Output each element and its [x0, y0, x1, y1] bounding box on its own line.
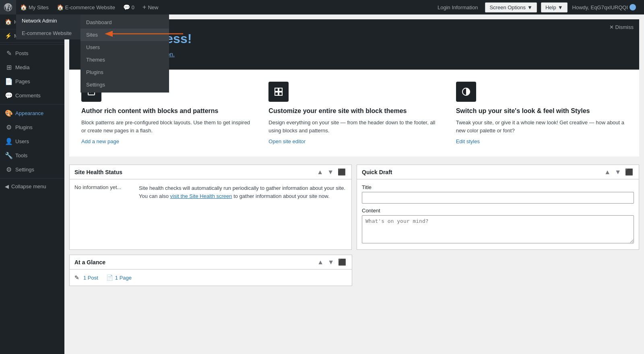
- appearance-icon: 🎨: [5, 109, 13, 117]
- styles-description: Tweak your site, or give it a whole new …: [456, 119, 627, 134]
- quick-draft-header: Quick Draft ▲ ▼ ⬛: [357, 165, 639, 179]
- media-label: Media: [15, 64, 60, 70]
- pages-icon: 📄: [5, 78, 13, 85]
- sidebar-item-pages[interactable]: 📄 Pages: [0, 74, 64, 88]
- post-stat-link[interactable]: 1 Post: [83, 275, 98, 281]
- screen-options-button[interactable]: Screen Options ▼: [485, 2, 537, 12]
- quick-draft-title-input[interactable]: [362, 192, 634, 204]
- at-glance-collapse-up[interactable]: ▲: [316, 258, 324, 266]
- sidebar-item-tools[interactable]: 🔧 Tools: [0, 148, 64, 163]
- at-glance-close[interactable]: ⬛: [337, 258, 347, 266]
- media-icon: ⊞: [5, 64, 13, 71]
- quick-draft-title: Quick Draft: [362, 169, 392, 175]
- comments-bar[interactable]: 💬 0: [119, 0, 138, 14]
- sidebar-item-comments[interactable]: 💬 Comments: [0, 88, 64, 103]
- admin-sidebar: 🏠 Home ⚡ My Sites ✎ Posts ⊞ Media 📄 Page…: [0, 14, 64, 354]
- post-stat-icon: ✎: [74, 274, 81, 281]
- help-label: Help: [545, 4, 556, 10]
- author-description: Block patterns are pre-configured block …: [81, 119, 252, 134]
- sidebar-item-settings[interactable]: ⚙ Settings: [0, 163, 64, 177]
- styles-link[interactable]: Edit styles: [456, 138, 480, 144]
- network-admin-item[interactable]: Network Admin ▶ Dashboard Sites Users Th…: [16, 14, 105, 27]
- site-health-controls: ▲ ▼ ⬛: [316, 168, 347, 176]
- widgets-row-2: At a Glance ▲ ▼ ⬛ ✎ 1 Post 📄: [69, 255, 639, 286]
- my-sites-dropdown: Network Admin ▶ Dashboard Sites Users Th…: [16, 14, 105, 39]
- home-menu-icon: 🏠: [5, 19, 12, 25]
- svg-rect-4: [275, 92, 278, 95]
- styles-icon: [456, 82, 476, 102]
- login-info[interactable]: Login Information: [434, 4, 481, 10]
- flyout-dashboard[interactable]: Dashboard: [80, 16, 169, 29]
- customize-icon: [268, 82, 289, 102]
- page-stat-link[interactable]: 1 Page: [115, 275, 132, 281]
- flyout-themes[interactable]: Themes: [80, 54, 169, 66]
- customize-link[interactable]: Open site editor: [268, 138, 305, 144]
- site-health-link[interactable]: visit the Site Health screen: [170, 193, 232, 199]
- pages-label: Pages: [15, 78, 60, 84]
- user-avatar: [630, 4, 636, 10]
- sidebar-item-appearance[interactable]: 🎨 Appearance: [0, 106, 64, 120]
- howdy-menu[interactable]: Howdy, EqG7qxlURQQI: [569, 4, 639, 10]
- separator-2: [0, 104, 64, 105]
- sidebar-item-media[interactable]: ⊞ Media: [0, 60, 64, 74]
- collapse-label: Collapse menu: [11, 183, 46, 189]
- ecommerce-website-bar[interactable]: 🏠 E-commerce Website: [53, 0, 119, 14]
- feature-card-customize: Customize your entire site with block th…: [268, 82, 440, 144]
- home-icon: 🏠: [20, 4, 27, 10]
- collapse-icon: ◀: [5, 183, 9, 189]
- new-content-bar[interactable]: + New: [138, 0, 162, 14]
- dismiss-button[interactable]: ✕ Dismiss: [609, 24, 634, 30]
- collapse-menu-button[interactable]: ◀ Collapse menu: [0, 180, 64, 193]
- dismiss-label: Dismiss: [615, 24, 634, 30]
- users-label: Users: [15, 138, 60, 144]
- site-health-title: Site Health Status: [74, 169, 122, 175]
- at-glance-stats: ✎ 1 Post 📄 1 Page: [74, 274, 347, 281]
- site-health-body: No information yet... Site health checks…: [70, 179, 351, 205]
- author-title: Author rich content with blocks and patt…: [81, 107, 252, 115]
- sidebar-item-posts[interactable]: ✎ Posts: [0, 46, 64, 60]
- site-health-close[interactable]: ⬛: [337, 168, 347, 176]
- at-glance-collapse-down[interactable]: ▼: [327, 258, 335, 266]
- svg-rect-5: [279, 92, 282, 95]
- page-stat: 📄 1 Page: [106, 274, 132, 281]
- quick-draft-content-input[interactable]: [362, 215, 634, 243]
- flyout-users[interactable]: Users: [80, 41, 169, 54]
- author-link[interactable]: Add a new page: [81, 138, 119, 144]
- quick-draft-close[interactable]: ⬛: [624, 168, 634, 176]
- comment-icon: 💬: [123, 4, 130, 10]
- my-sites-menu[interactable]: 🏠 My Sites Network Admin ▶ Dashboard Sit…: [16, 0, 53, 14]
- screen-options-arrow: ▼: [527, 4, 533, 10]
- admin-bar: 🏠 My Sites Network Admin ▶ Dashboard Sit…: [0, 0, 644, 14]
- site-health-collapse-down[interactable]: ▼: [326, 168, 334, 176]
- tools-label: Tools: [15, 152, 60, 158]
- settings-label: Settings: [15, 167, 60, 173]
- content-label: Content: [362, 208, 634, 214]
- flyout-settings[interactable]: Settings: [80, 78, 169, 91]
- help-button[interactable]: Help ▼: [541, 2, 568, 12]
- sidebar-item-plugins[interactable]: ⚙ Plugins: [0, 120, 64, 134]
- customize-description: Design everything on your site — from th…: [268, 119, 440, 134]
- title-label: Title: [362, 184, 634, 190]
- help-arrow: ▼: [558, 4, 563, 10]
- howdy-label: Howdy, EqG7qxlURQQI: [572, 4, 628, 10]
- quick-draft-collapse-up[interactable]: ▲: [603, 168, 611, 176]
- styles-title: Switch up your site's look & feel with S…: [456, 107, 627, 115]
- at-glance-controls: ▲ ▼ ⬛: [316, 258, 347, 266]
- wp-logo-button[interactable]: [0, 0, 16, 14]
- feature-card-styles: Switch up your site's look & feel with S…: [456, 82, 627, 144]
- at-glance-body: ✎ 1 Post 📄 1 Page: [70, 270, 352, 286]
- users-icon: 👤: [5, 138, 13, 145]
- settings-icon: ⚙: [5, 166, 13, 173]
- comments-label: Comments: [15, 93, 60, 99]
- tools-icon: 🔧: [5, 152, 13, 159]
- site-health-collapse-up[interactable]: ▲: [316, 168, 324, 176]
- page-stat-icon: 📄: [106, 274, 113, 281]
- right-placeholder: [357, 255, 639, 286]
- flyout-sites[interactable]: Sites: [80, 29, 169, 41]
- site-health-header: Site Health Status ▲ ▼ ⬛: [70, 165, 351, 179]
- separator-3: [0, 178, 64, 179]
- flyout-plugins[interactable]: Plugins: [80, 66, 169, 78]
- sidebar-item-users[interactable]: 👤 Users: [0, 134, 64, 148]
- quick-draft-controls: ▲ ▼ ⬛: [603, 168, 634, 176]
- quick-draft-collapse-down[interactable]: ▼: [614, 168, 622, 176]
